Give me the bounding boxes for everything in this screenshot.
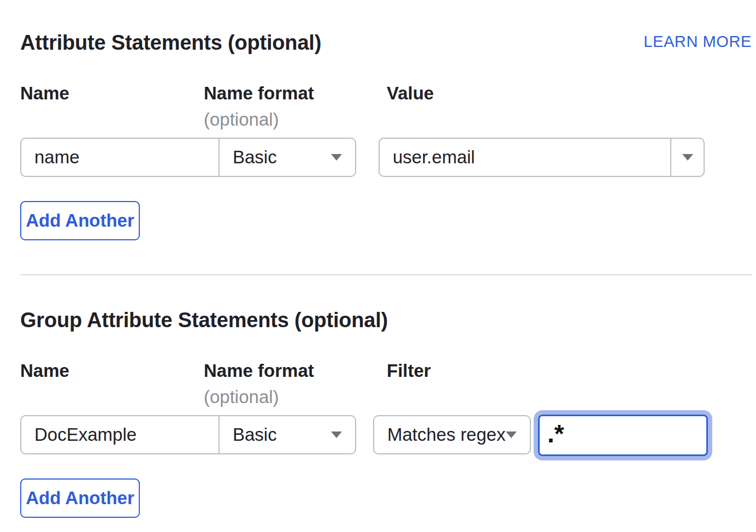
caret-down-icon [331,154,342,161]
name-format-select[interactable]: Basic [218,139,355,176]
column-label-name-format: Name format [204,360,314,381]
column-label-value: Value [387,83,434,104]
add-another-button[interactable]: Add Another [20,201,140,240]
column-label-filter: Filter [387,360,431,381]
learn-more-link[interactable]: LEARN MORE [643,33,752,51]
name-format-select-value: Basic [233,147,277,168]
group-name-format-select-value: Basic [233,424,277,445]
section-divider [20,274,752,275]
filter-type-select-value: Matches regex [387,424,505,445]
filter-value-input[interactable] [538,415,708,456]
group-attribute-statements-title: Group Attribute Statements (optional) [20,309,388,332]
column-label-name: Name [20,360,69,381]
attribute-row: Basic [20,138,356,177]
filter-type-select[interactable]: Matches regex [373,415,531,454]
column-label-optional-note: (optional) [204,109,279,130]
caret-down-icon [506,431,517,438]
caret-down-icon [331,431,342,438]
attribute-statements-title: Attribute Statements (optional) [20,31,321,55]
value-dropdown-button[interactable] [670,139,704,176]
column-label-name-format: Name format [204,83,314,104]
caret-down-icon [682,154,693,161]
saml-attribute-settings-page: Attribute Statements (optional) LEARN MO… [0,0,756,532]
group-name-format-select[interactable]: Basic [218,416,355,453]
group-attribute-name-input[interactable] [21,416,218,453]
add-another-button[interactable]: Add Another [20,478,140,518]
value-input[interactable] [380,139,670,176]
group-attribute-row: Basic [20,415,356,454]
column-label-name: Name [20,83,69,104]
value-combobox [379,138,705,177]
attribute-name-input[interactable] [21,139,218,176]
column-label-optional-note: (optional) [204,387,279,407]
